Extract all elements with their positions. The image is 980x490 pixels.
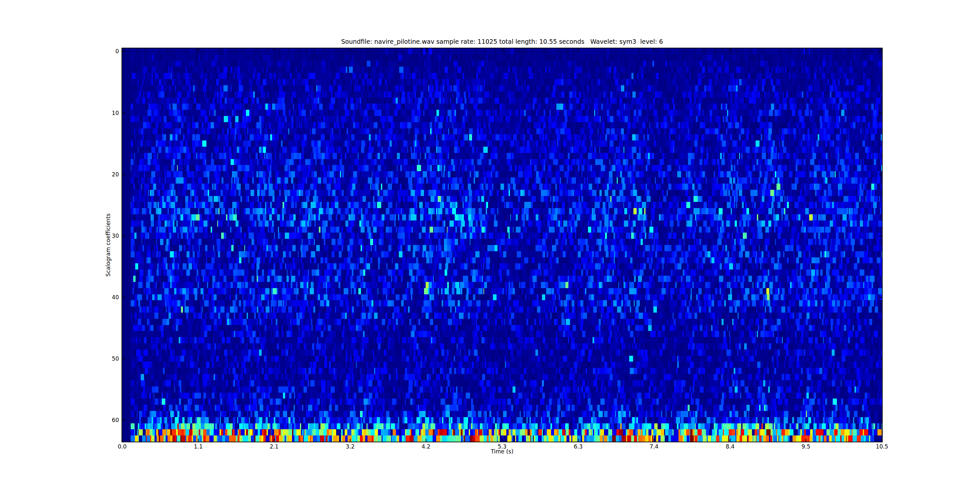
tick-mark <box>879 358 882 359</box>
y-axis-tick-label: 50 <box>86 355 119 362</box>
tick-mark <box>122 439 123 442</box>
tick-mark <box>198 439 199 442</box>
tick-mark <box>350 439 350 442</box>
tick-mark <box>578 439 579 442</box>
y-axis-tick-label: 0 <box>86 48 119 55</box>
tick-mark <box>122 420 125 420</box>
tick-mark <box>350 48 350 51</box>
y-axis-tick-label: 60 <box>86 417 119 424</box>
tick-mark <box>122 113 125 113</box>
tick-mark <box>426 439 426 442</box>
tick-mark <box>879 235 882 236</box>
scalogram-heatmap-canvas <box>122 48 882 442</box>
tick-mark <box>122 297 125 298</box>
y-axis-label: Scalogram coefficients <box>105 213 111 276</box>
tick-mark <box>578 48 579 51</box>
tick-mark <box>426 48 426 51</box>
tick-mark <box>730 48 730 51</box>
tick-mark <box>274 48 274 51</box>
tick-mark <box>879 297 882 298</box>
tick-mark <box>879 420 882 420</box>
y-axis-tick-label: 20 <box>86 171 119 178</box>
figure: Soundfile: navire_pilotine.wav sample ra… <box>0 0 980 490</box>
y-axis-tick-label: 30 <box>86 232 119 239</box>
tick-mark <box>654 439 654 442</box>
tick-mark <box>879 51 882 52</box>
x-axis-label: Time (s) <box>122 448 882 455</box>
tick-mark <box>122 174 125 175</box>
tick-mark <box>882 439 882 442</box>
tick-mark <box>805 439 806 442</box>
tick-mark <box>198 48 199 51</box>
tick-mark <box>122 51 125 52</box>
tick-mark <box>122 358 125 359</box>
plot-title: Soundfile: navire_pilotine.wav sample ra… <box>122 38 882 45</box>
axes <box>121 48 883 442</box>
tick-mark <box>879 174 882 175</box>
tick-mark <box>879 113 882 113</box>
y-axis-tick-label: 40 <box>86 294 119 301</box>
tick-mark <box>502 48 503 51</box>
tick-mark <box>122 235 125 236</box>
tick-mark <box>274 439 274 442</box>
y-axis-tick-label: 10 <box>86 110 119 117</box>
tick-mark <box>730 439 730 442</box>
tick-mark <box>502 439 503 442</box>
tick-mark <box>805 48 806 51</box>
tick-mark <box>654 48 654 51</box>
